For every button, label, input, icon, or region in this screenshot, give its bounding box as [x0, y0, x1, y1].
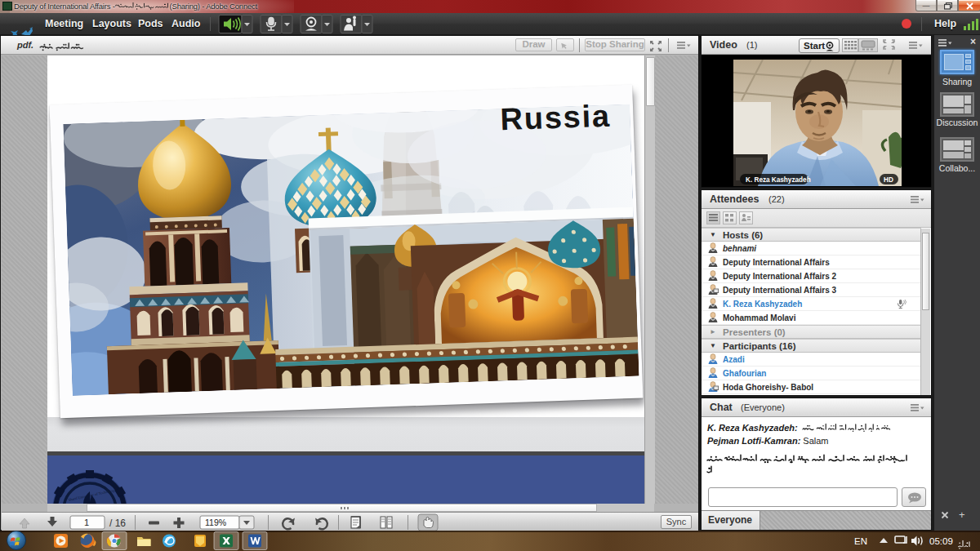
svg-text:1: 1: [84, 518, 89, 527]
svg-text:EN: EN: [854, 536, 867, 546]
svg-text:K. Reza Kashyzadeh: K. Reza Kashyzadeh: [746, 176, 811, 184]
svg-text:HD: HD: [884, 176, 893, 184]
svg-text:/ 16: / 16: [109, 518, 126, 529]
svg-text:05:09: 05:09: [929, 536, 953, 546]
svg-text:119%: 119%: [205, 518, 226, 527]
